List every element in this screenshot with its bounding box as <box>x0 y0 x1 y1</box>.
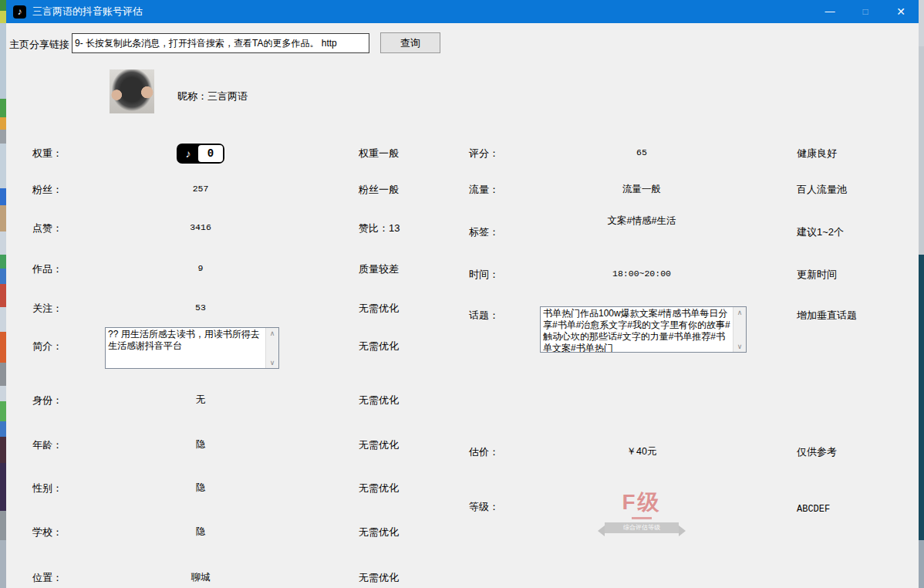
following-label: 关注： <box>32 302 62 316</box>
score-value: 65 <box>534 147 750 157</box>
titlebar: ♪ 三言两语的抖音账号评估 — □ ✕ <box>6 0 919 23</box>
weight-value: 0 <box>198 145 223 162</box>
traffic-value: 流量一般 <box>534 183 750 196</box>
tags-value: 文案#情感#生活 <box>534 215 750 228</box>
share-link-label: 主页分享链接： <box>9 38 79 52</box>
works-label: 作品： <box>32 262 62 276</box>
price-value: ￥40元 <box>534 445 750 458</box>
identity-status: 无需优化 <box>359 394 399 407</box>
window-controls: — □ ✕ <box>812 0 919 23</box>
scroll-up-icon[interactable]: ∧ <box>733 307 746 318</box>
fans-status: 粉丝一般 <box>359 183 399 197</box>
avatar <box>110 69 154 113</box>
grade-stamp: F级 综合评估等级 <box>534 488 750 533</box>
weight-label: 权重： <box>32 147 62 161</box>
bio-textarea[interactable]: ?? 用生活所感去读书，用读书所得去生活感谢抖音平台 <box>105 327 279 369</box>
topics-scrollbar[interactable]: ∧ ∨ <box>733 307 746 352</box>
time-value: 18:00~20:00 <box>534 269 750 279</box>
school-label: 学校： <box>32 525 62 539</box>
time-label: 时间： <box>469 268 499 282</box>
share-link-input[interactable] <box>72 33 369 53</box>
topics-status: 增加垂直话题 <box>797 309 857 323</box>
bio-label: 简介： <box>32 340 62 353</box>
scroll-up-icon[interactable]: ∧ <box>266 328 278 339</box>
close-icon[interactable]: ✕ <box>883 0 919 23</box>
price-status: 仅供参考 <box>797 445 837 459</box>
age-label: 年龄： <box>32 438 62 452</box>
gender-label: 性别： <box>32 482 62 495</box>
grade-stamp-ribbon: 综合评估等级 <box>605 522 679 533</box>
bio-scrollbar[interactable]: ∧ ∨ <box>265 328 278 368</box>
traffic-label: 流量： <box>469 183 499 197</box>
grade-stamp-text: F级 <box>534 488 750 517</box>
score-label: 评分： <box>469 147 499 161</box>
tags-status: 建议1~2个 <box>797 225 844 239</box>
school-status: 无需优化 <box>359 525 399 539</box>
nickname-text: 昵称：三言两语 <box>177 90 248 103</box>
identity-value: 无 <box>93 394 309 407</box>
grade-label: 等级： <box>469 500 499 514</box>
tags-label: 标签： <box>469 225 499 239</box>
scroll-down-icon[interactable]: ∨ <box>733 341 746 352</box>
tiktok-app-icon: ♪ <box>13 5 26 19</box>
weight-status: 权重一般 <box>359 147 399 161</box>
weight-badge: ♪ 0 <box>177 144 224 164</box>
maximize-icon[interactable]: □ <box>848 0 883 23</box>
score-status: 健康良好 <box>797 147 837 161</box>
screen: ♪ 三言两语的抖音账号评估 — □ ✕ 主页分享链接： 查询 昵称：三言两语 权… <box>0 0 924 588</box>
app-window: ♪ 三言两语的抖音账号评估 — □ ✕ 主页分享链接： 查询 昵称：三言两语 权… <box>6 0 919 588</box>
school-value: 隐 <box>93 525 309 539</box>
following-value: 53 <box>93 302 309 313</box>
works-status: 质量较差 <box>359 262 399 276</box>
location-status: 无需优化 <box>359 571 399 585</box>
likes-value: 3416 <box>93 222 309 232</box>
bio-status: 无需优化 <box>359 340 399 353</box>
minimize-icon[interactable]: — <box>812 0 848 23</box>
identity-label: 身份： <box>32 394 62 407</box>
query-button[interactable]: 查询 <box>380 32 440 53</box>
traffic-status: 百人流量池 <box>797 183 847 197</box>
age-status: 无需优化 <box>359 438 399 452</box>
works-value: 9 <box>93 263 309 273</box>
likes-label: 点赞： <box>32 221 62 235</box>
grade-stamp-dash <box>632 517 652 519</box>
gender-value: 隐 <box>93 482 309 495</box>
time-status: 更新时间 <box>797 268 837 282</box>
desktop-icons-strip-right <box>919 0 924 588</box>
location-label: 位置： <box>32 571 62 585</box>
fans-value: 257 <box>93 184 309 194</box>
grade-status: ABCDEF <box>797 504 830 515</box>
window-title: 三言两语的抖音账号评估 <box>32 5 143 19</box>
price-label: 估价： <box>469 445 499 459</box>
age-value: 隐 <box>93 438 309 451</box>
topics-label: 话题： <box>469 309 499 323</box>
location-value: 聊城 <box>93 571 309 584</box>
fans-label: 粉丝： <box>32 183 62 197</box>
desktop-icons-strip-left <box>0 0 6 588</box>
following-status: 无需优化 <box>359 302 399 316</box>
tiktok-note-icon: ♪ <box>178 145 198 162</box>
topics-textarea[interactable]: 书单热门作品100w爆款文案#情感书单每日分享#书单#治愈系文字#我的文字里有你… <box>540 306 747 353</box>
scroll-down-icon[interactable]: ∨ <box>266 357 278 368</box>
gender-status: 无需优化 <box>359 482 399 495</box>
likes-status: 赞比：13 <box>359 221 400 235</box>
